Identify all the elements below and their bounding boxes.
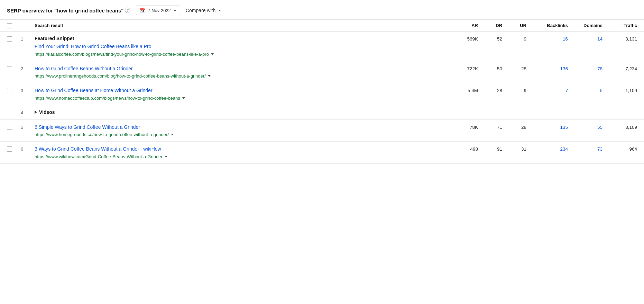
table-row: 5 6 Simple Ways to Grind Coffee Without …: [0, 120, 644, 142]
ar-value: 569K: [443, 36, 478, 42]
row-checkbox[interactable]: [7, 66, 12, 71]
domains-value[interactable]: 55: [568, 124, 602, 130]
row-number: 1: [21, 36, 35, 42]
row-checkbox[interactable]: [7, 146, 12, 152]
backlinks-value[interactable]: 234: [526, 146, 568, 152]
compare-chevron-icon: [218, 10, 221, 11]
table-body: 1 Featured Snippet Find Your Grind: How …: [0, 32, 644, 164]
date-label: 7 Nov 2022: [148, 8, 171, 13]
url-text: https://kauaicoffee.com/blogs/news/find-…: [35, 52, 209, 57]
checkbox-cell[interactable]: [7, 36, 21, 42]
page-title: SERP overview for "how to grind coffee b…: [7, 8, 123, 14]
dr-value: 52: [478, 36, 502, 42]
col-search-result: Search result: [35, 23, 443, 28]
result-title[interactable]: How to Grind Coffee Beans Without a Grin…: [35, 65, 443, 72]
content-cell: Videos: [35, 109, 443, 115]
url-dropdown-icon[interactable]: [171, 134, 174, 135]
url-dropdown-icon[interactable]: [208, 75, 211, 77]
result-url: https://www.prolinerangehoods.com/blog/h…: [35, 73, 443, 79]
url-text: https://www.homegrounds.co/how-to-grind-…: [35, 132, 169, 137]
select-all-checkbox[interactable]: [7, 23, 12, 28]
calendar-icon: 📅: [140, 8, 146, 13]
ur-value: 28: [502, 65, 526, 71]
dr-value: 28: [478, 87, 502, 93]
content-cell: Featured Snippet Find Your Grind: How to…: [35, 36, 443, 57]
row-number: 6: [21, 146, 35, 152]
url-dropdown-icon[interactable]: [165, 156, 167, 158]
ar-value: 5.4M: [443, 87, 478, 93]
videos-label: Videos: [35, 109, 443, 115]
expand-icon[interactable]: [35, 110, 37, 114]
content-cell: How to Grind Coffee Beans Without a Grin…: [35, 65, 443, 79]
result-title[interactable]: 3 Ways to Grind Coffee Beans Without a G…: [35, 146, 443, 153]
checkbox-cell[interactable]: [7, 146, 21, 152]
col-backlinks: Backlinks: [526, 23, 568, 28]
traffic-value: 3,131: [602, 36, 637, 42]
backlinks-value[interactable]: 16: [526, 36, 568, 42]
backlinks-value[interactable]: 7: [526, 87, 568, 93]
table-row: 3 How to Grind Coffee Beans at Home With…: [0, 83, 644, 105]
backlinks-value[interactable]: 135: [526, 124, 568, 130]
row-checkbox[interactable]: [7, 36, 12, 42]
table-row: 4 Videos: [0, 105, 644, 120]
url-text: https://www.wikihow.com/Grind-Coffee-Bea…: [35, 154, 163, 159]
row-number: 5: [21, 124, 35, 130]
featured-snippet-label: Featured Snippet: [35, 36, 443, 41]
ur-value: 31: [502, 146, 526, 152]
traffic-value: 7,234: [602, 65, 637, 71]
result-title[interactable]: 6 Simple Ways to Grind Coffee Without a …: [35, 124, 443, 131]
dr-value: 71: [478, 124, 502, 130]
url-text: https://www.nomadcoffeeclub.com/blogs/ne…: [35, 96, 180, 101]
url-dropdown-icon[interactable]: [182, 97, 185, 99]
row-number: 3: [21, 87, 35, 93]
result-url: https://www.nomadcoffeeclub.com/blogs/ne…: [35, 96, 443, 101]
domains-value[interactable]: 73: [568, 146, 602, 152]
row-checkbox[interactable]: [7, 88, 12, 93]
help-icon[interactable]: ?: [125, 8, 130, 13]
ar-value: 498: [443, 146, 478, 152]
traffic-value: 964: [602, 146, 637, 152]
ar-value: 722K: [443, 65, 478, 71]
url-text: https://www.prolinerangehoods.com/blog/h…: [35, 73, 206, 79]
videos-text: Videos: [39, 109, 55, 115]
col-ar: AR: [443, 23, 478, 28]
compare-button[interactable]: Compare with: [186, 8, 221, 13]
dr-value: 50: [478, 65, 502, 71]
result-title[interactable]: Find Your Grind: How to Grind Coffee Bea…: [35, 43, 443, 50]
col-ur: UR: [502, 23, 526, 28]
result-url: https://kauaicoffee.com/blogs/news/find-…: [35, 52, 443, 57]
col-domains: Domains: [568, 23, 602, 28]
date-picker[interactable]: 📅 7 Nov 2022: [136, 6, 180, 15]
row-number: 2: [21, 65, 35, 71]
backlinks-value[interactable]: 136: [526, 65, 568, 71]
content-cell: 3 Ways to Grind Coffee Beans Without a G…: [35, 146, 443, 159]
col-dr: DR: [478, 23, 502, 28]
checkbox-cell[interactable]: [7, 65, 21, 71]
domains-value[interactable]: 78: [568, 65, 602, 71]
content-cell: How to Grind Coffee Beans at Home Withou…: [35, 87, 443, 101]
dr-value: 91: [478, 146, 502, 152]
table-row: 1 Featured Snippet Find Your Grind: How …: [0, 32, 644, 61]
traffic-value: 1,109: [602, 87, 637, 93]
table-row: 2 How to Grind Coffee Beans Without a Gr…: [0, 61, 644, 83]
ur-value: 28: [502, 124, 526, 130]
checkbox-cell[interactable]: [7, 124, 21, 130]
ar-value: 78K: [443, 124, 478, 130]
content-cell: 6 Simple Ways to Grind Coffee Without a …: [35, 124, 443, 137]
domains-value[interactable]: 14: [568, 36, 602, 42]
col-traffic: Traffic: [602, 23, 637, 28]
traffic-value: 3,109: [602, 124, 637, 130]
row-number: 4: [21, 109, 35, 115]
checkbox-cell[interactable]: [7, 87, 21, 93]
ur-value: 9: [502, 87, 526, 93]
result-title[interactable]: How to Grind Coffee Beans at Home Withou…: [35, 87, 443, 94]
table-header: Search result AR DR UR Backlinks Domains…: [0, 20, 644, 32]
date-chevron-icon: [174, 10, 176, 11]
compare-label: Compare with: [186, 8, 215, 13]
table-row: 6 3 Ways to Grind Coffee Beans Without a…: [0, 142, 644, 164]
result-url: https://www.homegrounds.co/how-to-grind-…: [35, 132, 443, 137]
domains-value[interactable]: 5: [568, 87, 602, 93]
row-checkbox[interactable]: [7, 125, 12, 130]
result-url: https://www.wikihow.com/Grind-Coffee-Bea…: [35, 154, 443, 159]
url-dropdown-icon[interactable]: [211, 53, 214, 55]
